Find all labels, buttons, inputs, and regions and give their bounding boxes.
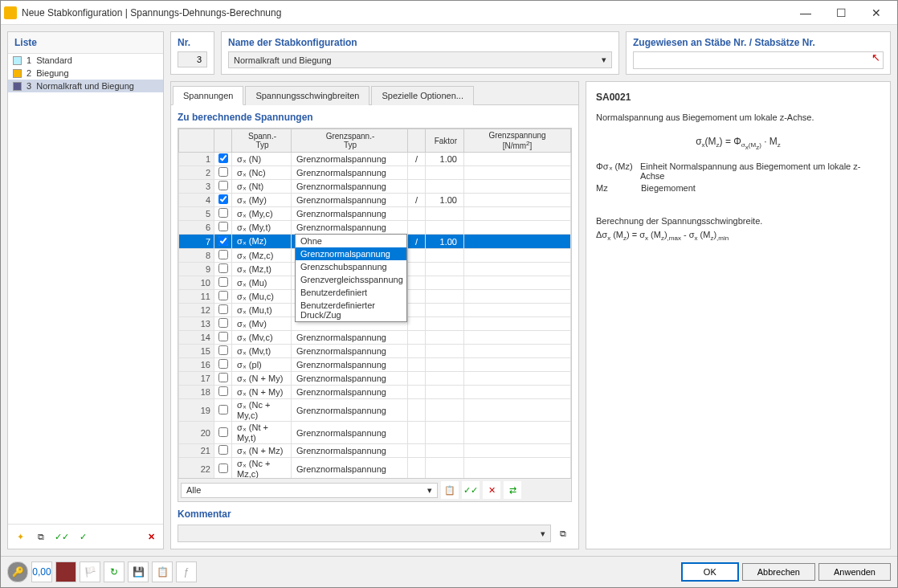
- check-all-icon[interactable]: ✓✓: [53, 528, 71, 545]
- copy-icon[interactable]: 📋: [441, 481, 459, 499]
- chevron-down-icon: ▾: [427, 485, 432, 496]
- row-checkbox[interactable]: [218, 304, 228, 314]
- dropdown-item[interactable]: Benutzerdefiniert: [296, 286, 406, 299]
- filter-combo[interactable]: Alle ▾: [181, 483, 438, 498]
- row-checkbox[interactable]: [218, 359, 228, 369]
- tab[interactable]: Spezielle Optionen...: [371, 86, 474, 105]
- table-row[interactable]: 2 σₓ (Nc) Grenznormalspannung: [179, 166, 571, 180]
- info-desc: Normalspannung aus Biegemoment um lokale…: [596, 111, 880, 125]
- app-icon: [4, 6, 17, 19]
- ok-button[interactable]: OK: [681, 562, 739, 582]
- table-row[interactable]: 22 σₓ (Nc + Mz,c) Grenznormalspannung: [179, 458, 571, 478]
- table-row[interactable]: 20 σₓ (Nt + My,t) Grenznormalspannung: [179, 422, 571, 444]
- row-checkbox[interactable]: [218, 318, 228, 328]
- table-row[interactable]: 17 σₓ (N + My) Grenznormalspannung: [179, 372, 571, 386]
- minimize-button[interactable]: —: [788, 2, 823, 24]
- save-icon[interactable]: 💾: [128, 561, 149, 582]
- th-faktor: Faktor: [426, 129, 464, 153]
- row-checkbox[interactable]: [218, 194, 228, 204]
- table-row[interactable]: 3 σₓ (Nt) Grenznormalspannung: [179, 180, 571, 194]
- row-checkbox[interactable]: [218, 345, 228, 355]
- table-row[interactable]: 19 σₓ (Nc + My,c) Grenznormalspannung: [179, 399, 571, 422]
- row-checkbox[interactable]: [218, 277, 228, 287]
- chevron-down-icon: ▾: [541, 529, 545, 539]
- dropdown-item[interactable]: Grenzvergleichsspannung: [296, 273, 406, 286]
- nr-input[interactable]: [178, 51, 207, 67]
- table-row[interactable]: 4 σₓ (My) Grenznormalspannung / 1.00: [179, 194, 571, 207]
- grenz-dropdown[interactable]: OhneGrenznormalspannungGrenzschubspannun…: [295, 234, 407, 322]
- row-checkbox[interactable]: [218, 153, 228, 163]
- cancel-button[interactable]: Abbrechen: [742, 563, 815, 581]
- table-row[interactable]: 18 σₓ (N + My) Grenznormalspannung: [179, 386, 571, 399]
- copy-icon[interactable]: ⧉: [32, 528, 50, 545]
- row-checkbox[interactable]: [218, 222, 228, 231]
- assign-input[interactable]: [633, 51, 884, 69]
- row-checkbox[interactable]: [218, 208, 228, 218]
- tab[interactable]: Spannungsschwingbreiten: [245, 86, 369, 105]
- name-label: Name der Stabkonfiguration: [228, 37, 612, 48]
- list-item[interactable]: 3 Normalkraft und Biegung: [8, 80, 163, 92]
- maximize-button[interactable]: ☐: [823, 2, 859, 24]
- table-row[interactable]: 15 σₓ (Mv,t) Grenznormalspannung: [179, 345, 571, 358]
- info-panel: SA0021 Normalspannung aus Biegemoment um…: [586, 81, 891, 549]
- row-checkbox[interactable]: [218, 373, 228, 382]
- info-id: SA0021: [596, 92, 880, 103]
- row-checkbox[interactable]: [218, 332, 228, 341]
- titlebar: Neue Stabkonfiguration | Spannungs-Dehnu…: [1, 1, 897, 25]
- deselect-icon[interactable]: ✕: [483, 481, 500, 499]
- dropdown-item[interactable]: Grenznormalspannung: [296, 247, 406, 260]
- list-item[interactable]: 2 Biegung: [8, 67, 163, 80]
- row-checkbox[interactable]: [218, 445, 228, 455]
- th-grenz: Grenzspann.-Typ: [292, 129, 408, 153]
- table-row[interactable]: 14 σₓ (Mv,c) Grenznormalspannung: [179, 331, 571, 345]
- uncheck-all-icon[interactable]: ✓: [74, 528, 92, 545]
- delete-icon[interactable]: ✕: [142, 528, 160, 545]
- pick-cursor-icon[interactable]: ↖: [871, 51, 880, 63]
- flag-icon[interactable]: 🏳️: [80, 561, 100, 582]
- config-list[interactable]: 1 Standard2 Biegung3 Normalkraft und Bie…: [8, 54, 163, 524]
- window-title: Neue Stabkonfiguration | Spannungs-Dehnu…: [22, 7, 788, 18]
- dropdown-item[interactable]: Ohne: [296, 235, 406, 247]
- table-row[interactable]: 1 σₓ (N) Grenznormalspannung / 1.00: [179, 153, 571, 166]
- table-row[interactable]: 21 σₓ (N + Mz) Grenznormalspannung: [179, 444, 571, 458]
- row-checkbox[interactable]: [218, 405, 228, 414]
- th-grenzsp: Grenzspannung[N/mm2]: [464, 129, 571, 153]
- calc-formula: Δσx (Mz) = σx (Mz),max - σx (Mz),min: [596, 228, 880, 243]
- row-checkbox[interactable]: [218, 167, 228, 177]
- row-checkbox[interactable]: [218, 427, 228, 437]
- row-checkbox[interactable]: [218, 291, 228, 300]
- name-combo[interactable]: Normalkraft und Biegung ▾: [228, 51, 612, 68]
- info-formula: σx(Mz) = Φσx(Mz) · Mz: [596, 136, 880, 151]
- new-icon[interactable]: ✦: [11, 528, 29, 545]
- color-icon[interactable]: [55, 561, 76, 582]
- close-button[interactable]: ✕: [859, 2, 894, 24]
- dropdown-item[interactable]: Grenzschubspannung: [296, 260, 406, 273]
- function-icon[interactable]: ƒ: [176, 561, 197, 582]
- tab[interactable]: Spannungen: [173, 86, 243, 105]
- row-checkbox[interactable]: [218, 250, 228, 259]
- clipboard-icon[interactable]: 📋: [152, 561, 173, 582]
- row-checkbox[interactable]: [218, 386, 228, 396]
- units-icon[interactable]: 0,00: [31, 561, 52, 582]
- table-row[interactable]: 5 σₓ (My,c) Grenznormalspannung: [179, 207, 571, 221]
- select-all-icon[interactable]: ✓✓: [462, 481, 480, 499]
- kommentar-combo[interactable]: ▾: [178, 525, 551, 542]
- refresh-icon[interactable]: ↻: [104, 561, 124, 582]
- row-checkbox[interactable]: [218, 463, 228, 473]
- row-checkbox[interactable]: [218, 236, 228, 246]
- help-icon[interactable]: 🔑: [7, 561, 28, 582]
- table-row[interactable]: 16 σₓ (pl) Grenznormalspannung: [179, 358, 571, 372]
- assign-label: Zugewiesen an Stäbe Nr. / Stabsätze Nr.: [633, 37, 884, 48]
- kommentar-label: Kommentar: [178, 508, 572, 520]
- row-checkbox[interactable]: [218, 263, 228, 273]
- toggle-icon[interactable]: ⇄: [504, 481, 521, 499]
- row-checkbox[interactable]: [218, 181, 228, 190]
- nr-label: Nr.: [178, 37, 207, 48]
- table-row[interactable]: 6 σₓ (My,t) Grenznormalspannung: [179, 221, 571, 235]
- kommentar-copy-icon[interactable]: ⧉: [554, 525, 572, 542]
- table-title: Zu berechnende Spannungen: [178, 112, 572, 123]
- list-item[interactable]: 1 Standard: [8, 54, 163, 67]
- apply-button[interactable]: Anwenden: [818, 563, 891, 581]
- dropdown-item[interactable]: Benutzerdefinierter Druck/Zug: [296, 299, 406, 321]
- name-value: Normalkraft und Biegung: [234, 55, 332, 65]
